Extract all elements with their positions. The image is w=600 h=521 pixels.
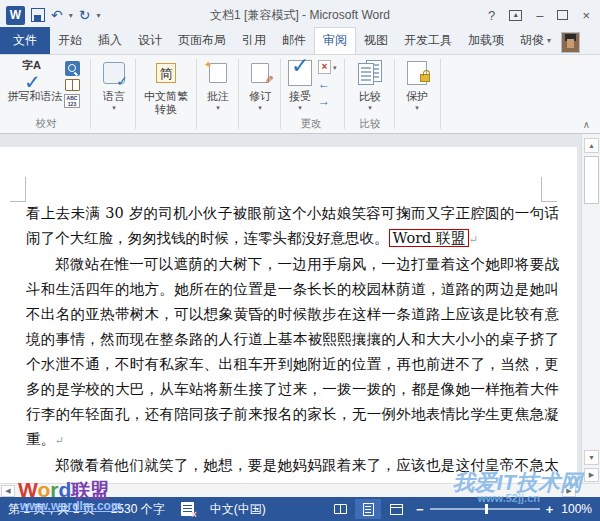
next-change-button[interactable]: → — [318, 94, 330, 108]
paragraph-text: 看上去未满 30 岁的司机小伙子被眼前这个小姑娘笑容可掬而又字正腔圆的一句话闹了… — [26, 205, 559, 246]
paragraph-mark: ↵ — [55, 434, 64, 447]
zoom-out-button[interactable]: − — [416, 502, 424, 517]
reject-button[interactable]: × — [318, 60, 331, 74]
pencil-icon: ✎ — [262, 75, 275, 84]
chevron-down-icon: ▾ — [216, 104, 220, 111]
compare-label: 比较 — [359, 90, 381, 103]
accept-button[interactable]: ✓ 接受 ▾ — [284, 58, 316, 111]
zoom-in-button[interactable]: + — [546, 502, 554, 517]
word-count-indicator[interactable]: 2530 个字 — [103, 501, 173, 518]
scroll-up-button[interactable]: ▲ — [584, 138, 599, 153]
vertical-scrollbar[interactable]: ▲ ▼ ▶ — [581, 134, 600, 483]
zoom-slider[interactable] — [430, 508, 540, 510]
research-button[interactable] — [65, 61, 80, 76]
help-button[interactable]: ? — [488, 8, 495, 23]
tab-account-user[interactable]: 胡俊 ▾ — [512, 28, 559, 54]
chevron-down-icon[interactable]: ▾ — [333, 64, 337, 71]
collapse-ribbon-button[interactable]: ∧ — [583, 119, 590, 130]
highlight-redbox: Word 联盟 — [389, 229, 469, 247]
lock-icon — [420, 74, 430, 82]
user-caret-icon: ▾ — [547, 36, 551, 45]
tab-view[interactable]: 视图 — [356, 28, 396, 54]
zoom-slider-thumb[interactable] — [485, 504, 488, 514]
sparkle-icon: ✦ — [204, 58, 212, 71]
document-area: 看上去未满 30 岁的司机小伙子被眼前这个小姑娘笑容可掬而又字正腔圆的一句话闹了… — [0, 134, 600, 483]
paragraph-text: 郑微站在惟一可以遮荫的大树下，一边用手扇风，一边打量着这个她即将要战斗和生活四年… — [26, 256, 559, 447]
user-avatar[interactable] — [561, 32, 580, 53]
comment-label: 批注 — [207, 90, 229, 103]
spelling-grammar-icon: 字A ✓ — [20, 59, 50, 87]
previous-change-button[interactable]: ← — [318, 77, 330, 91]
restore-button[interactable] — [557, 10, 568, 20]
print-layout-button[interactable] — [355, 499, 381, 519]
redo-button[interactable]: ↻ — [79, 8, 91, 22]
read-mode-button[interactable] — [327, 499, 353, 519]
tab-home[interactable]: 开始 — [50, 28, 90, 54]
paragraph: 郑微站在惟一可以遮荫的大树下，一边用手扇风，一边打量着这个她即将要战斗和生活四年… — [26, 252, 559, 453]
tab-mailings[interactable]: 邮件 — [274, 28, 314, 54]
protect-icon — [407, 61, 427, 85]
zoom-percentage[interactable]: 100% — [559, 502, 600, 516]
language-indicator[interactable]: 中文(中国) — [202, 501, 274, 518]
document-text[interactable]: 看上去未满 30 岁的司机小伙子被眼前这个小姑娘笑容可掬而又字正腔圆的一句话闹了… — [26, 201, 559, 483]
undo-button[interactable]: ↶ — [51, 8, 63, 22]
page-indicator[interactable]: 第 1 页，共 1 页 — [0, 501, 103, 518]
read-mode-icon — [334, 504, 347, 514]
scroll-right-button[interactable]: ▶ — [562, 485, 576, 497]
document-page[interactable]: 看上去未满 30 岁的司机小伙子被眼前这个小姑娘笑容可掬而又字正腔圆的一句话闹了… — [0, 147, 577, 483]
conversion-label-line2: 转换 — [155, 103, 177, 116]
vertical-scroll-thumb[interactable] — [584, 156, 599, 204]
language-button[interactable]: ✓ 语言 ▾ — [95, 58, 133, 111]
spelling-grammar-button[interactable]: 字A ✓ 拼写和语法 — [6, 58, 64, 103]
num-icon-text: 123 — [65, 101, 79, 107]
group-label-compare: 比较 — [348, 117, 392, 131]
check-icon: ✓ — [116, 75, 128, 88]
qat-customize-button[interactable]: ▾ — [96, 11, 100, 20]
ribbon-display-options-button[interactable]: ▴ — [509, 10, 522, 21]
web-layout-button[interactable] — [383, 499, 409, 519]
new-comment-button[interactable]: ✦ 批注 ▾ — [200, 58, 236, 111]
compare-icon — [358, 60, 382, 86]
compare-button[interactable]: 比较 ▾ — [350, 58, 390, 111]
tab-file[interactable]: 文件 — [0, 27, 50, 54]
undo-caret-icon[interactable]: ▾ — [69, 11, 73, 20]
scroll-left-button[interactable]: ◀ — [1, 485, 15, 497]
chevron-down-icon: ▾ — [368, 104, 372, 111]
tab-page-layout[interactable]: 页面布局 — [170, 28, 234, 54]
track-changes-button[interactable]: ✎ 修订 ▾ — [242, 58, 278, 111]
next-page-button[interactable]: ▶ — [584, 468, 599, 482]
group-label-changes: 更改 — [282, 117, 340, 131]
scroll-down-button[interactable]: ▼ — [584, 450, 599, 465]
window-controls: ? ▴ – × — [488, 0, 596, 30]
tab-addins[interactable]: 加载项 — [460, 28, 512, 54]
tab-insert[interactable]: 插入 — [90, 28, 130, 54]
statusbar-right: − + 100% — [326, 499, 600, 519]
protect-button[interactable]: 保护 ▾ — [398, 58, 436, 111]
tab-developer[interactable]: 开发工具 — [396, 28, 460, 54]
word-app-icon[interactable]: W — [6, 6, 25, 25]
zoom-control: − + — [416, 502, 553, 517]
group-separator — [394, 59, 395, 129]
group-separator — [440, 59, 441, 129]
word-count-button[interactable]: ABC 123 — [64, 94, 80, 108]
minimize-button[interactable]: – — [536, 8, 543, 23]
print-layout-icon — [363, 503, 374, 516]
tab-review[interactable]: 审阅 — [314, 27, 356, 54]
simplified-chinese-icon: 简 — [156, 63, 176, 83]
accept-label: 接受 — [289, 90, 311, 103]
tab-design[interactable]: 设计 — [130, 28, 170, 54]
quick-access-toolbar: W ↶ ▾ ↻ ▾ — [0, 6, 101, 25]
chevron-down-icon: ▾ — [415, 104, 419, 111]
tab-references[interactable]: 引用 — [234, 28, 274, 54]
save-button[interactable] — [31, 8, 45, 22]
thesaurus-button[interactable] — [65, 79, 80, 91]
language-icon: ✓ — [103, 62, 125, 84]
margin-crop-mark-left — [10, 177, 26, 202]
close-button[interactable]: × — [582, 8, 590, 23]
proofing-errors-icon[interactable] — [181, 502, 194, 516]
track-changes-icon: ✎ — [251, 63, 269, 83]
horizontal-scrollbar[interactable]: ◀ ▶ — [0, 483, 600, 497]
web-layout-icon — [390, 504, 403, 515]
chinese-conversion-button[interactable]: 简 中文简繁 转换 — [138, 58, 194, 116]
check-icon: ✓ — [24, 76, 41, 89]
